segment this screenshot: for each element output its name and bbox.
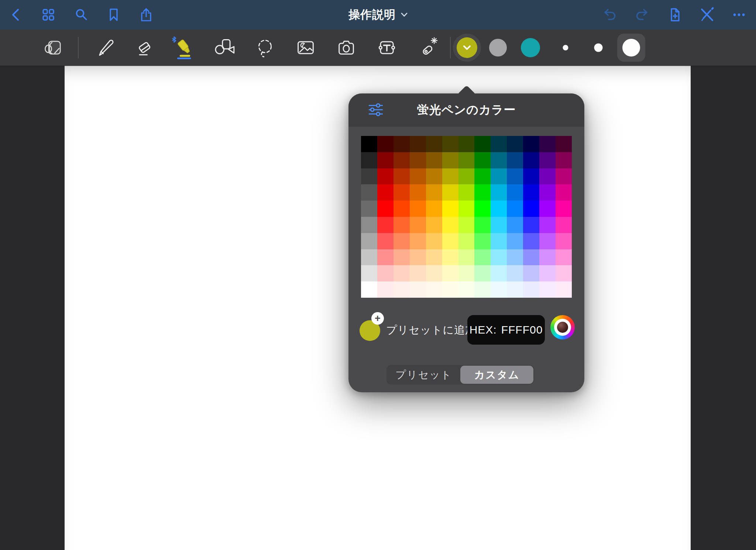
pen-settings-button[interactable] [366,100,385,120]
color-cell[interactable] [442,184,458,201]
add-preset-plus-icon[interactable]: + [371,312,384,325]
color-cell[interactable] [556,233,572,249]
color-cell[interactable] [426,249,442,266]
color-cell[interactable] [507,184,523,201]
undo-button[interactable] [599,4,620,25]
color-cell[interactable] [377,168,394,185]
color-cell[interactable] [410,281,426,298]
color-cell[interactable] [410,184,426,201]
color-cell[interactable] [539,233,556,249]
color-cell[interactable] [442,152,458,168]
search-button[interactable] [71,4,92,25]
color-cell[interactable] [394,217,410,233]
color-cell[interactable] [491,233,507,249]
tab-preset[interactable]: プリセット [387,366,460,384]
color-cell[interactable] [377,249,394,266]
color-cell[interactable] [442,136,458,152]
color-cell[interactable] [377,184,394,201]
color-cell[interactable] [377,281,394,298]
color-cell[interactable] [491,152,507,168]
color-cell[interactable] [556,249,572,266]
color-cell[interactable] [474,233,491,249]
color-cell[interactable] [491,201,507,217]
text-tool[interactable] [374,34,400,61]
color-cell[interactable] [491,184,507,201]
color-cell[interactable] [426,281,442,298]
color-cell[interactable] [507,217,523,233]
color-cell[interactable] [442,168,458,185]
color-cell[interactable] [523,281,539,298]
color-cell[interactable] [539,217,556,233]
color-cell[interactable] [491,249,507,266]
color-cell[interactable] [491,281,507,298]
color-cell[interactable] [523,233,539,249]
color-cell[interactable] [523,152,539,168]
color-cell[interactable] [474,184,491,201]
color-cell[interactable] [474,201,491,217]
color-cell[interactable] [442,281,458,298]
color-cell[interactable] [507,136,523,152]
color-cell[interactable] [410,233,426,249]
add-page-button[interactable] [664,4,685,25]
color-cell[interactable] [539,265,556,281]
color-cell[interactable] [361,249,377,266]
color-cell[interactable] [442,249,458,266]
color-cell[interactable] [361,201,377,217]
color-cell[interactable] [523,217,539,233]
color-cell[interactable] [426,136,442,152]
color-cell[interactable] [394,281,410,298]
color-cell[interactable] [394,168,410,185]
color-swatch-gray[interactable] [489,39,507,57]
color-cell[interactable] [556,152,572,168]
color-cell[interactable] [458,201,475,217]
color-cell[interactable] [507,265,523,281]
stroke-size-small[interactable] [563,45,568,51]
color-cell[interactable] [426,265,442,281]
stroke-size-medium[interactable] [594,44,603,52]
color-cell[interactable] [377,217,394,233]
color-cell[interactable] [394,201,410,217]
color-cell[interactable] [556,265,572,281]
color-cell[interactable] [474,168,491,185]
color-cell[interactable] [539,152,556,168]
color-cell[interactable] [523,201,539,217]
color-cell[interactable] [377,233,394,249]
color-cell[interactable] [394,136,410,152]
color-cell[interactable] [377,201,394,217]
color-cell[interactable] [556,281,572,298]
color-cell[interactable] [394,249,410,266]
color-cell[interactable] [539,184,556,201]
color-cell[interactable] [377,265,394,281]
color-cell[interactable] [361,152,377,168]
color-cell[interactable] [426,152,442,168]
stroke-size-large[interactable] [617,34,645,62]
color-cell[interactable] [361,217,377,233]
color-cell[interactable] [523,168,539,185]
color-cell[interactable] [361,136,377,152]
color-cell[interactable] [523,136,539,152]
color-cell[interactable] [410,152,426,168]
color-cell[interactable] [442,265,458,281]
image-tool[interactable] [292,34,319,61]
color-cell[interactable] [361,233,377,249]
color-cell[interactable] [474,281,491,298]
color-cell[interactable] [474,217,491,233]
color-cell[interactable] [458,265,475,281]
color-cell[interactable] [458,136,475,152]
color-cell[interactable] [539,201,556,217]
color-cell[interactable] [426,217,442,233]
color-cell[interactable] [410,168,426,185]
color-cell[interactable] [491,265,507,281]
redo-button[interactable] [632,4,652,25]
color-cell[interactable] [507,233,523,249]
color-cell[interactable] [458,249,475,266]
color-cell[interactable] [361,168,377,185]
zoom-window-tool[interactable] [40,34,67,61]
color-cell[interactable] [539,136,556,152]
color-cell[interactable] [458,233,475,249]
color-cell[interactable] [474,249,491,266]
color-cell[interactable] [442,201,458,217]
color-cell[interactable] [458,152,475,168]
lasso-tool[interactable] [252,34,278,61]
color-cell[interactable] [377,152,394,168]
